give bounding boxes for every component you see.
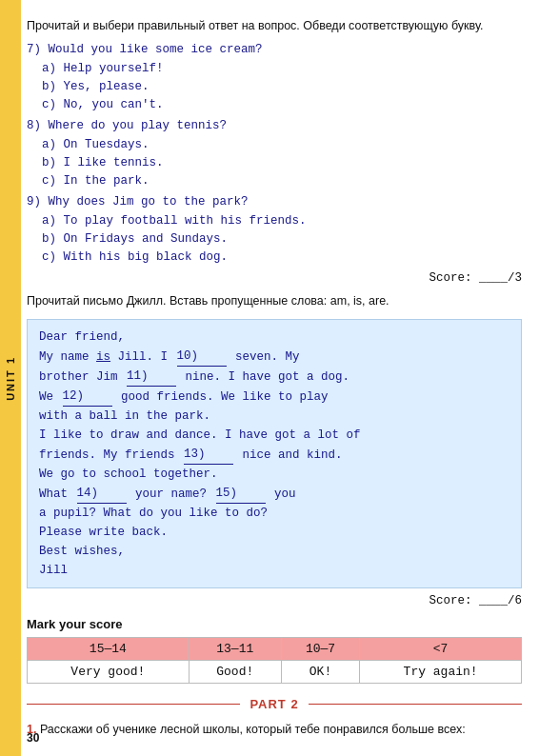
q8-number: 8): [27, 119, 49, 132]
letter-line8: What 14) your name? 15) you: [39, 484, 509, 504]
letter-line10: Please write back.: [39, 523, 509, 542]
unit-tab: UNIT 1: [0, 0, 21, 756]
q7-text: Would you like some ice cream?: [49, 43, 263, 56]
score-col-4: <7: [360, 637, 522, 660]
part2-line-right: [309, 704, 522, 705]
section2-instruction: Прочитай письмо Джилл. Вставь пропущенны…: [27, 292, 522, 310]
part2-line-left: [27, 704, 240, 705]
letter-box: Dear friend, My name is Jill. I 10) seve…: [27, 319, 522, 588]
score-label-2: Good!: [189, 660, 281, 683]
q9-number: 9): [27, 195, 49, 209]
section1-instruction: Прочитай и выбери правильный ответ на во…: [27, 17, 522, 35]
letter-line4: with a ball in the park.: [39, 407, 509, 426]
blank-12: 12): [63, 387, 112, 407]
letter-line11: Best wishes,: [39, 542, 509, 561]
q8-a: a) On Tuesdays.: [42, 136, 522, 154]
letter-line3: We 12) good friends. We like to play: [39, 387, 509, 407]
blank-14: 14): [77, 484, 127, 504]
page-number: 30: [27, 731, 39, 745]
q9-a: a) To play football with his friends.: [42, 212, 522, 230]
mark-score-title: Mark your score: [27, 617, 522, 631]
q7-b: b) Yes, please.: [42, 78, 522, 96]
score-col-1: 15—14: [28, 637, 190, 660]
letter-greeting: Dear friend,: [39, 328, 509, 347]
part2-divider: PART 2: [27, 697, 522, 711]
score-col-3: 10—7: [281, 637, 359, 660]
blank-10: 10): [177, 347, 227, 367]
blank-15: 15): [216, 484, 266, 504]
letter-line5: I like to draw and dance. I have got a l…: [39, 426, 509, 445]
q8-text: Where do you play tennis?: [49, 119, 228, 132]
score-label-4: Try again!: [360, 660, 522, 683]
unit-tab-label: UNIT 1: [5, 356, 16, 401]
q7-c: c) No, you can't.: [42, 96, 522, 114]
question-8: 8) Where do you play tennis? a) On Tuesd…: [27, 117, 522, 189]
q9-b: b) On Fridays and Sundays.: [42, 230, 522, 249]
part2-label: PART 2: [250, 697, 298, 711]
letter-line6: friends. My friends 13) nice and kind.: [39, 445, 509, 465]
part2-question: 1. Расскажи об ученике лесной школы, кот…: [27, 721, 522, 739]
score-label-3: OK!: [281, 660, 359, 683]
letter-line1: My name is Jill. I 10) seven. My: [39, 347, 509, 367]
score-label-1: Very good!: [28, 660, 190, 683]
q9-c: c) With his big black dog.: [42, 249, 522, 267]
q9-text: Why does Jim go to the park?: [49, 195, 249, 209]
score-table: 15—14 13—11 10—7 <7 Very good! Good! OK!…: [27, 637, 522, 684]
score-col-2: 13—11: [189, 637, 281, 660]
score1: Score: ____/3: [27, 271, 522, 285]
letter-line7: We go to school together.: [39, 465, 509, 484]
letter-line2: brother Jim 11) nine. I have got a dog.: [39, 367, 509, 387]
score2: Score: ____/6: [27, 594, 522, 607]
q8-c: c) In the park.: [42, 172, 522, 190]
q8-b: b) I like tennis.: [42, 154, 522, 172]
letter-is-underlined: is: [96, 350, 110, 364]
part2-question-text: Расскажи об ученике лесной школы, которы…: [40, 723, 466, 736]
question-7: 7) Would you like some ice cream? a) Hel…: [27, 41, 522, 113]
q7-a: a) Help yourself!: [42, 60, 522, 78]
blank-11: 11): [127, 367, 176, 387]
q7-number: 7): [27, 43, 49, 56]
letter-signature: Jill: [39, 561, 509, 580]
question-9: 9) Why does Jim go to the park? a) To pl…: [27, 193, 522, 266]
letter-line9: a pupil? What do you like to do?: [39, 504, 509, 523]
blank-13: 13): [184, 445, 233, 465]
